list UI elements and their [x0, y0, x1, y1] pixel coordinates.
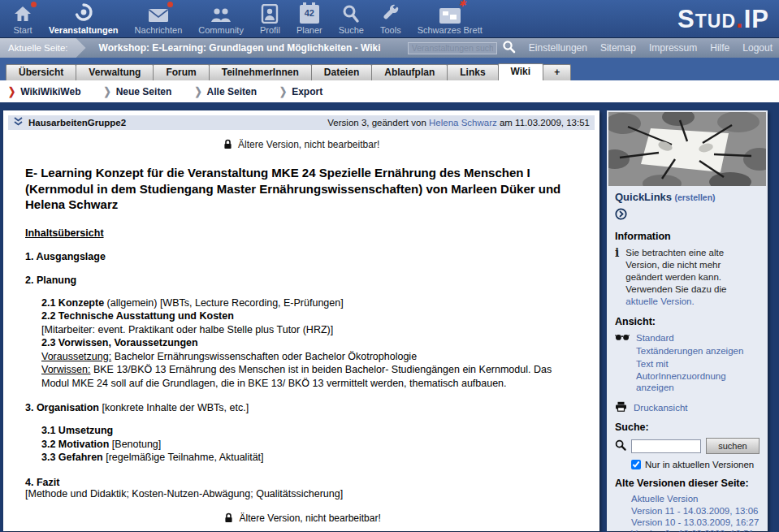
tab-uebersicht[interactable]: Übersicht: [6, 64, 76, 80]
gray-arrow-icon: ❯: [194, 85, 201, 98]
notification-dot: [167, 2, 173, 7]
subsection-3-3: 3.3 Gefahren: [41, 452, 103, 463]
nav-nachrichten[interactable]: Nachrichten: [127, 2, 191, 35]
subnav-neue-seiten[interactable]: ❯ Neue Seiten: [103, 86, 171, 97]
section-3: 3. Organisation [konkrete Inhalte der WB…: [25, 402, 580, 413]
current-versions-filter: Nur in aktuellen Versionen: [631, 460, 760, 469]
tab-links[interactable]: Links: [447, 64, 498, 80]
document-heading: E- Learning Konzept für die Veranstaltun…: [25, 165, 580, 213]
course-search-input[interactable]: [408, 42, 497, 54]
locked-notice-text: Ältere Version, nicht bearbeitbar!: [238, 139, 379, 150]
tab-teilnehmerinnen[interactable]: TeilnehmerInnen: [209, 64, 312, 80]
nav-label: Community: [198, 25, 244, 35]
wiki-page-name: HausarbeitenGruppe2: [28, 118, 126, 128]
version-link[interactable]: Version 9 - 13.03.2009, 12:51: [631, 529, 760, 532]
view-options: Standard Textänderungen anzeigen Text mi…: [615, 332, 760, 395]
nav-schwarzes-brett[interactable]: ✱ Schwarzes Brett: [409, 2, 491, 35]
view-textchanges-link[interactable]: Textänderungen anzeigen: [636, 345, 760, 357]
nav-label: Profil: [260, 25, 280, 35]
version-link[interactable]: Version 10 - 13.03.2009, 16:27: [631, 517, 760, 528]
tab-add[interactable]: +: [543, 64, 571, 80]
view-author-mapping-link[interactable]: Text mit AutorInnenzuordnung anzeigen: [636, 358, 760, 395]
tab-wiki[interactable]: Wiki: [498, 63, 544, 80]
home-icon: [13, 2, 32, 24]
nav-label: Suche: [339, 25, 364, 35]
top-navigation: Start Veranstaltungen Nachrichten Commun…: [0, 0, 779, 38]
course-tabs: Übersicht Verwaltung Forum TeilnehmerInn…: [0, 58, 779, 80]
subnav-export[interactable]: ❯ Export: [279, 86, 322, 97]
link-logout[interactable]: Logout: [742, 42, 773, 54]
subsection-2-2-note: [Mitarbeiter: event. Praktikant oder hal…: [41, 324, 333, 335]
subsection-3-3-note: [regelmäßige Teilnahme, Aktualität]: [103, 452, 264, 463]
quicklinks-create-link[interactable]: (erstellen): [674, 192, 715, 202]
section-2: 2. Planung: [25, 275, 580, 286]
printer-icon: [615, 401, 627, 413]
nav-label: Planer: [296, 25, 322, 35]
logo-part: IP: [744, 5, 769, 33]
old-versions-heading: Alte Versionen dieser Seite:: [615, 478, 760, 489]
prereq-label: Voraussetzung:: [41, 351, 111, 362]
tab-verwaltung[interactable]: Verwaltung: [76, 64, 154, 80]
subsection-3-2: 3.2 Motivation: [41, 439, 109, 450]
nav-suche[interactable]: Suche: [331, 2, 372, 35]
nav-planer[interactable]: 42 Planer: [288, 2, 331, 35]
bulletin-board-icon: ✱: [439, 2, 461, 24]
subnav-alle-seiten[interactable]: ❯ Alle Seiten: [194, 86, 257, 97]
link-einstellungen[interactable]: Einstellungen: [529, 42, 587, 54]
nav-label: Schwarzes Brett: [418, 25, 483, 35]
tab-forum[interactable]: Forum: [153, 64, 209, 80]
subsection-2-3: 2.3 Vorwissen, Voraussetzungen: [41, 337, 198, 348]
subnav-wikiwikiweb[interactable]: ❯ WikiWikiWeb: [8, 86, 80, 97]
aktuelle-version-link[interactable]: aktuelle Version.: [625, 296, 694, 306]
nav-start[interactable]: Start: [5, 2, 41, 35]
quicklinks-expand-icon[interactable]: [615, 208, 760, 223]
tab-ablaufplan[interactable]: Ablaufplan: [371, 64, 448, 80]
nav-community[interactable]: Community: [190, 2, 252, 35]
logo-part: S: [677, 5, 695, 33]
lock-icon: [223, 139, 232, 149]
wiki-search-input[interactable]: [631, 439, 701, 453]
information-note: i Sie betrachten eine alte Version, die …: [615, 247, 760, 308]
breadcrumb-bar: Aktuelle Seite: Workshop: E-Learning: Gr…: [0, 38, 779, 58]
section-4-note: [Methode und Didaktik; Kosten-Nutzen-Abw…: [25, 488, 580, 500]
link-hilfe[interactable]: Hilfe: [710, 42, 729, 54]
wiki-sidebar: QuickLinks (erstellen) Information i Sie…: [607, 110, 768, 531]
logo-dot: .: [736, 5, 744, 33]
current-versions-checkbox[interactable]: [631, 460, 641, 469]
wiki-subnav: ❯ WikiWikiWeb ❯ Neue Seiten ❯ Alle Seite…: [0, 80, 779, 102]
wiki-search-button[interactable]: suchen: [706, 438, 760, 454]
collapse-chevrons-icon[interactable]: [13, 117, 24, 128]
link-impressum[interactable]: Impressum: [649, 42, 697, 54]
community-icon: [210, 2, 232, 24]
author-link[interactable]: Helena Schwarz: [429, 118, 497, 128]
glasses-icon: [615, 332, 630, 344]
search-submit-icon[interactable]: [502, 40, 516, 56]
wiki-search-row: suchen: [615, 438, 760, 454]
subsection-3-2-note: [Benotung]: [109, 439, 161, 450]
version-info: Version 3, geändert von Helena Schwarz a…: [327, 118, 590, 128]
nav-tools[interactable]: Tools: [372, 2, 409, 35]
view-standard-link[interactable]: Standard: [636, 332, 760, 344]
tab-dateien[interactable]: Dateien: [311, 64, 372, 80]
nav-profil[interactable]: Profil: [252, 2, 288, 35]
section-4: 4. Fazit: [25, 477, 580, 488]
subsection-2-2: 2.2 Technische Ausstattung und Kosten: [41, 310, 234, 322]
version-link-current[interactable]: Aktuelle Version: [631, 494, 760, 504]
druckansicht-link[interactable]: Druckansicht: [634, 403, 687, 413]
hands-writing-photo: [608, 112, 766, 186]
subnav-label: Alle Seiten: [207, 86, 257, 97]
information-text-body: Sie betrachten eine alte Version, die ni…: [625, 248, 726, 294]
checkbox-label: Nur in aktuellen Versionen: [645, 460, 754, 469]
version-link[interactable]: Version 11 - 14.03.2009, 13:06: [631, 506, 760, 517]
wiki-page-header: HausarbeitenGruppe2 Version 3, geändert …: [8, 115, 595, 130]
section-3-title: 3. Organisation: [25, 402, 99, 413]
ansicht-heading: Ansicht:: [615, 316, 760, 327]
link-sitemap[interactable]: Sitemap: [600, 42, 636, 54]
subsection-2-1: 2.1 Konzepte: [41, 297, 104, 309]
subsection-3-1: 3.1 Umsetzung: [41, 425, 113, 436]
lock-icon: [224, 513, 233, 523]
prereq-text: Bachelor Ernährungswissenschaften oder B…: [111, 351, 417, 362]
nav-veranstaltungen[interactable]: Veranstaltungen: [41, 2, 127, 35]
profile-icon: [261, 2, 279, 24]
tools-icon: [381, 2, 400, 24]
